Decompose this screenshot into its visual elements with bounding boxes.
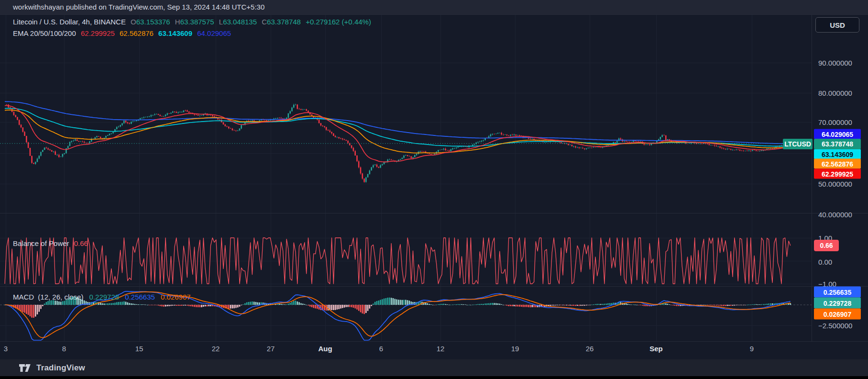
macd-hist-tag: 0.229728 (814, 298, 861, 309)
bop-macd-divider[interactable] (0, 286, 868, 287)
candle-bodies-down (6, 104, 784, 182)
bop-line (5, 238, 791, 284)
price-bop-divider[interactable] (0, 213, 868, 213)
time-axis-day-label: 12 (437, 345, 445, 353)
price-scale-tick: 70.000000 (818, 118, 852, 126)
close-key: C (262, 18, 267, 26)
ema100-price-tag: 63.143609 (814, 149, 861, 159)
bop-title[interactable]: Balance of Power (13, 239, 69, 247)
macd-hist-down-fade (35, 305, 746, 317)
high-value: 63.387575 (180, 18, 214, 26)
time-axis-month-label: Aug (318, 345, 332, 353)
price-scale-tick: 50.000000 (818, 180, 852, 188)
price-scale-tick: 80.000000 (818, 89, 852, 97)
price-scale-tick: 40.000000 (818, 211, 852, 219)
time-axis-month-label: Sep (649, 345, 663, 353)
macd-params: (12, 26, close) (38, 293, 83, 301)
time-axis-day-label: 26 (586, 345, 594, 353)
open-value: 63.153376 (136, 18, 170, 26)
tradingview-published-chart: workwithshayan published on TradingView.… (0, 0, 868, 379)
low-key: L (219, 18, 223, 26)
ema20-line (5, 106, 791, 162)
ema20-price-tag: 62.299925 (814, 169, 861, 179)
open-key: O (131, 18, 136, 26)
ema200-price-tag: 64.029065 (814, 129, 861, 139)
chart-canvas[interactable] (0, 0, 868, 379)
bottom-strip (0, 376, 868, 379)
ema200-line (5, 101, 791, 144)
ema50-value: 62.562876 (120, 29, 154, 37)
price-scale-border (812, 14, 812, 341)
time-axis-day-label: 27 (267, 345, 275, 353)
time-axis-day-label: 15 (135, 345, 143, 353)
close-value: 63.378748 (267, 18, 301, 26)
time-axis-day-label: 3 (4, 345, 8, 353)
symbol-name-tag: LTCUSD (783, 139, 813, 149)
symbol-price-tag: 63.378748 (814, 139, 861, 149)
time-axis-day-label: 6 (379, 345, 383, 353)
symbol-legend[interactable]: Litecoin / U.S. Dollar, 4h, BINANCE O63.… (13, 18, 374, 26)
tradingview-logo-icon (19, 363, 32, 373)
currency-usd-button[interactable]: USD (815, 17, 859, 33)
macd-hist-down (6, 305, 732, 318)
ema20-value: 62.299925 (81, 29, 115, 37)
tradingview-brand-text: TradingView (36, 363, 85, 373)
bop-value: 0.66 (74, 239, 88, 247)
high-key: H (175, 18, 180, 26)
ema-title[interactable]: EMA 20/50/100/200 (13, 29, 76, 37)
macd-signal-tag: 0.026907 (814, 309, 861, 320)
symbol-title[interactable]: Litecoin / U.S. Dollar, 4h, BINANCE (13, 18, 126, 26)
macd-hist-value: 0.229728 (89, 293, 120, 301)
time-axis-day-label: 22 (212, 345, 220, 353)
price-scale-tick: 90.000000 (818, 59, 852, 67)
ema100-value: 63.143609 (158, 29, 192, 37)
time-axis-border (0, 341, 868, 342)
macd-line-tag: 0.256635 (814, 287, 861, 298)
currency-usd-label: USD (830, 21, 845, 29)
time-axis-day-label: 9 (750, 345, 754, 353)
time-axis-day-label: 8 (62, 345, 66, 353)
macd-signal-value: 0.026907 (161, 293, 191, 301)
macd-scale-tick: −2.500000 (818, 322, 852, 330)
change-value: +0.279162 (+0.44%) (306, 18, 371, 26)
macd-title[interactable]: MACD (13, 293, 34, 301)
low-value: 63.048135 (223, 18, 257, 26)
header-divider (0, 14, 868, 15)
bop-legend[interactable]: Balance of Power 0.66 (13, 239, 88, 247)
bop-scale-tick: 0.00 (818, 258, 832, 266)
macd-line-value: 0.256635 (125, 293, 155, 301)
bottom-bar: TradingView (0, 359, 868, 376)
ema-legend[interactable]: EMA 20/50/100/200 62.299925 62.562876 63… (13, 29, 234, 37)
time-axis-day-label: 19 (511, 345, 519, 353)
macd-legend[interactable]: MACD (12, 26, close) 0.229728 0.256635 0… (13, 293, 191, 301)
tradingview-logo-link[interactable]: TradingView (19, 363, 85, 373)
ema50-price-tag: 62.562876 (814, 159, 861, 169)
bop-value-tag: 0.66 (814, 240, 839, 251)
ema200-value: 64.029065 (197, 29, 231, 37)
